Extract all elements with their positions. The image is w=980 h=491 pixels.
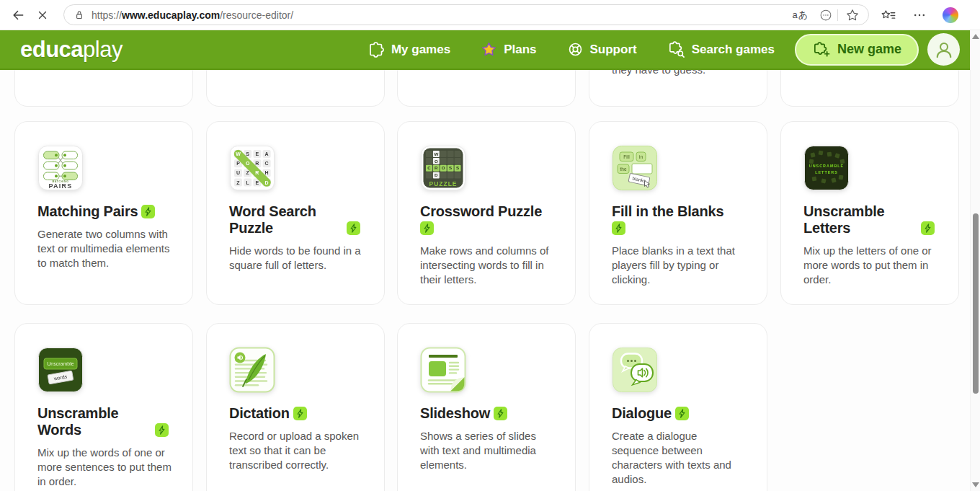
back-button[interactable] [6, 3, 30, 27]
logo-bold: educa [20, 37, 83, 62]
unscramble-letters-icon: UNSCRAMBLE LETTERS [803, 145, 850, 191]
card-title: Dictation [229, 405, 364, 422]
nav-label: Plans [504, 43, 536, 57]
translate-icon[interactable]: aあ [792, 9, 808, 22]
card-description: Make rows and columns of intersecting wo… [420, 244, 555, 287]
unscramble-words-icon: Unscramble words [37, 347, 84, 393]
nav-label: My games [391, 43, 450, 57]
card-crossword-puzzle[interactable]: W O D C R O S S PUZZLE Crossword Puzzle … [397, 121, 576, 305]
card-title-text: Fill in the Blanks [612, 203, 747, 220]
card-matching-pairs[interactable]: MATCHING PAIRS Matching Pairs Generate t… [14, 121, 193, 305]
svg-text:E: E [256, 180, 259, 185]
site-header: educaplay My games Plans Support [0, 30, 970, 70]
card-title-text: Dictation [229, 405, 290, 421]
stop-button[interactable] [30, 3, 55, 27]
url-path: /resource-editor/ [220, 9, 293, 21]
browser-toolbar: https://www.educaplay.com/resource-edito… [0, 0, 980, 30]
svg-text:LETTERS: LETTERS [815, 170, 838, 174]
flash-badge-icon [141, 205, 155, 218]
bookmark-star-icon[interactable] [845, 8, 860, 22]
nav-label: Support [590, 43, 637, 57]
scrollbar-thumb[interactable] [973, 213, 979, 394]
scroll-up-arrow-icon[interactable] [972, 34, 979, 39]
nav-search-games[interactable]: Search games [667, 40, 775, 58]
svg-text:D: D [435, 172, 438, 177]
svg-text:E: E [256, 151, 259, 156]
flash-badge-icon [420, 221, 434, 235]
card-title: Matching Pairs [37, 203, 172, 220]
card-title: Crossword Puzzle [420, 203, 555, 236]
url-protocol: https:// [92, 9, 122, 21]
card-title-text: Matching Pairs [37, 203, 138, 219]
svg-text:A: A [265, 151, 269, 156]
puzzle-icon [368, 41, 385, 58]
svg-text:R: R [255, 170, 259, 175]
lock-icon [73, 9, 86, 22]
flash-badge-icon [675, 407, 689, 420]
card-title-text: Unscramble Letters [803, 203, 917, 236]
dialogue-icon [612, 347, 658, 393]
svg-text:H: H [265, 170, 269, 175]
svg-text:P: P [236, 161, 240, 166]
toolbar-right [881, 7, 958, 23]
flash-badge-icon [494, 407, 507, 420]
svg-text:S: S [456, 165, 459, 170]
url-domain: www.educaplay.com [122, 9, 220, 21]
slideshow-icon [420, 347, 466, 393]
lifebuoy-icon [567, 41, 584, 58]
svg-text:R: R [435, 165, 438, 170]
urlbar-divider [837, 9, 838, 21]
svg-text:Z: Z [236, 180, 240, 185]
svg-text:Unscramble: Unscramble [47, 361, 74, 366]
url-bar[interactable]: https://www.educaplay.com/resource-edito… [63, 4, 869, 25]
card-word-search-puzzle[interactable]: W S E A P O R C U Z R H Z L E D [206, 121, 385, 305]
page-scrollbar[interactable] [970, 30, 980, 491]
card-dialogue[interactable]: Dialogue Create a dialogue sequence betw… [589, 323, 767, 491]
nav-plans[interactable]: Plans [481, 41, 536, 58]
extensions-ellipsis-icon[interactable] [819, 8, 833, 22]
crossword-puzzle-icon: W O D C R O S S PUZZLE [420, 145, 466, 191]
card-unscramble-letters[interactable]: UNSCRAMBLE LETTERS Unscramble Letters Mi… [780, 121, 959, 305]
svg-text:O: O [246, 161, 250, 166]
profile-avatar[interactable] [927, 33, 960, 66]
url-text: https://www.educaplay.com/resource-edito… [92, 9, 293, 21]
card-title: Word Search Puzzle [229, 203, 364, 236]
card-description: Record or upload a spoken text so that i… [229, 429, 364, 472]
card-description: Mix up the words of one or more sentence… [37, 446, 172, 489]
nav-my-games[interactable]: My games [368, 41, 450, 58]
flash-badge-icon [921, 221, 935, 235]
main-nav: My games Plans Support Search games [368, 40, 775, 58]
puzzle-search-icon [667, 40, 685, 58]
favorites-hub-icon[interactable] [881, 7, 896, 23]
flash-badge-icon [155, 423, 169, 437]
svg-text:in: in [639, 154, 643, 159]
svg-text:PUZZLE: PUZZLE [429, 180, 457, 187]
copilot-icon[interactable] [943, 7, 958, 23]
matching-pairs-icon: MATCHING PAIRS [37, 145, 84, 191]
svg-text:Fill: Fill [623, 154, 630, 159]
card-description: Create a dialogue sequence between chara… [612, 429, 747, 487]
card-unscramble-words[interactable]: Unscramble words Unscramble Words Mix up… [14, 323, 193, 491]
card-title: Unscramble Words [37, 405, 172, 438]
fill-in-the-blanks-icon: Fill in the blanks [612, 145, 658, 191]
settings-more-icon[interactable] [912, 8, 927, 22]
svg-text:W: W [434, 151, 438, 156]
svg-text:S: S [449, 165, 452, 170]
new-game-button[interactable]: New game [795, 34, 919, 66]
scroll-down-arrow-icon[interactable] [972, 482, 979, 487]
svg-text:Z: Z [246, 170, 250, 175]
svg-text:the: the [620, 167, 626, 172]
educaplay-logo[interactable]: educaplay [20, 37, 122, 63]
card-title: Slideshow [420, 405, 555, 422]
card-slideshow[interactable]: Slideshow Shows a series of slides with … [397, 323, 576, 491]
new-game-label: New game [837, 42, 901, 57]
svg-text:O: O [442, 165, 445, 170]
svg-text:C: C [265, 161, 269, 166]
card-fill-in-the-blanks[interactable]: Fill in the blanks Fill in the Blanks Pl… [589, 121, 767, 305]
nav-support[interactable]: Support [567, 41, 637, 58]
card-title-text: Unscramble Words [37, 405, 151, 438]
card-description: Hide words to be found in a square full … [229, 244, 364, 273]
back-arrow-icon [11, 8, 25, 22]
card-title-text: Dialogue [612, 405, 672, 421]
card-dictation[interactable]: Dictation Record or upload a spoken text… [206, 323, 385, 491]
